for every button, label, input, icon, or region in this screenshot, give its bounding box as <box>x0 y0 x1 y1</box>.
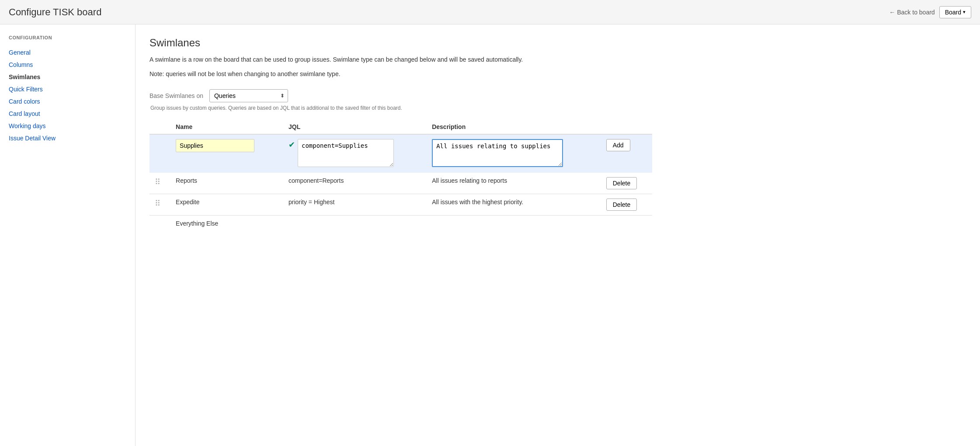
base-swimlanes-select[interactable]: Queries Assignees Epics Stories No Swiml… <box>209 89 288 102</box>
edit-desc-cell: All issues relating to supplies <box>427 134 601 173</box>
swimlanes-desc-2: Note: queries will not be lost when chan… <box>149 70 630 79</box>
base-swimlanes-row: Base Swimlanes on Queries Assignees Epic… <box>149 89 966 102</box>
drag-cell: ⠿ <box>149 194 170 216</box>
jql-check-icon: ✔ <box>288 140 295 150</box>
everything-else-cell: Everything Else <box>170 216 601 232</box>
base-swimlanes-label: Base Swimlanes on <box>149 92 203 99</box>
col-desc-header: Description <box>427 120 601 134</box>
sidebar: CONFIGURATION General Columns Swimlanes … <box>0 24 136 446</box>
sidebar-item-general[interactable]: General <box>9 46 126 59</box>
edit-drag-cell <box>149 134 170 173</box>
swimlanes-desc-1: A swimlane is a row on the board that ca… <box>149 55 630 64</box>
action-cell: Delete <box>601 173 652 194</box>
sidebar-item-card-colors[interactable]: Card colors <box>9 95 126 108</box>
jql-textarea[interactable]: component=Supplies <box>298 139 394 167</box>
jql-cell-wrapper: ✔ component=Supplies <box>288 139 421 167</box>
main-content: Swimlanes A swimlane is a row on the boa… <box>136 24 980 446</box>
page-title: Configure TISK board <box>9 7 101 18</box>
name-input[interactable] <box>176 139 254 152</box>
swimlanes-table: Name JQL Description ✔ compone <box>149 120 652 231</box>
col-name-header: Name <box>170 120 283 134</box>
edit-action-cell: Add <box>601 134 652 173</box>
table-row: ⠿ Reports component=Reports All issues r… <box>149 173 652 194</box>
board-button[interactable]: Board <box>939 6 971 18</box>
delete-button-reports[interactable]: Delete <box>606 177 637 189</box>
sidebar-item-card-layout[interactable]: Card layout <box>9 108 126 120</box>
jql-cell: component=Reports <box>283 173 427 194</box>
sidebar-item-quick-filters[interactable]: Quick Filters <box>9 83 126 95</box>
name-cell: Reports <box>170 173 283 194</box>
add-button[interactable]: Add <box>606 139 630 151</box>
edit-row: ✔ component=Supplies All issues relating… <box>149 134 652 173</box>
drag-cell <box>149 216 170 232</box>
base-swimlanes-select-wrapper: Queries Assignees Epics Stories No Swiml… <box>209 89 288 102</box>
sidebar-item-swimlanes[interactable]: Swimlanes <box>9 71 126 83</box>
edit-name-cell <box>170 134 283 173</box>
sidebar-section-title: CONFIGURATION <box>9 35 126 40</box>
drag-handle-icon[interactable]: ⠿ <box>155 199 162 208</box>
desc-textarea[interactable]: All issues relating to supplies <box>432 139 563 167</box>
edit-jql-cell: ✔ component=Supplies <box>283 134 427 173</box>
col-jql-header: JQL <box>283 120 427 134</box>
main-layout: CONFIGURATION General Columns Swimlanes … <box>0 24 980 446</box>
back-to-board-link[interactable]: Back to board <box>889 9 935 16</box>
header-right: Back to board Board <box>889 6 971 18</box>
col-drag-header <box>149 120 170 134</box>
sidebar-item-issue-detail-view[interactable]: Issue Detail View <box>9 132 126 144</box>
sidebar-item-working-days[interactable]: Working days <box>9 120 126 132</box>
sidebar-item-columns[interactable]: Columns <box>9 59 126 71</box>
action-cell: Delete <box>601 194 652 216</box>
drag-handle-icon[interactable]: ⠿ <box>155 178 162 186</box>
base-swimlanes-hint: Group issues by custom queries. Queries … <box>150 105 966 111</box>
col-action-header <box>601 120 652 134</box>
everything-else-action <box>601 216 652 232</box>
name-cell: Expedite <box>170 194 283 216</box>
desc-cell: All issues relating to reports <box>427 173 601 194</box>
jql-cell: priority = Highest <box>283 194 427 216</box>
swimlanes-heading: Swimlanes <box>149 37 966 49</box>
table-row: ⠿ Expedite priority = Highest All issues… <box>149 194 652 216</box>
desc-cell: All issues with the highest priority. <box>427 194 601 216</box>
drag-cell: ⠿ <box>149 173 170 194</box>
header: Configure TISK board Back to board Board <box>0 0 980 24</box>
table-header-row: Name JQL Description <box>149 120 652 134</box>
everything-else-row: Everything Else <box>149 216 652 232</box>
delete-button-expedite[interactable]: Delete <box>606 199 637 211</box>
